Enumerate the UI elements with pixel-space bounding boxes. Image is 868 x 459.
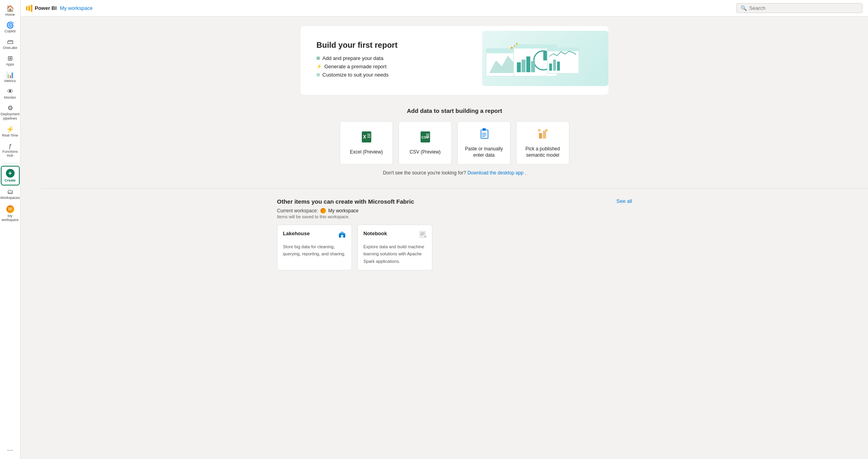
excel-label: Excel (Preview): [350, 149, 383, 155]
fabric-card-lakehouse[interactable]: Lakehouse Store big data for cleaning, q…: [277, 225, 352, 270]
sidebar-item-deployment[interactable]: ⚙ Deployment pipelines: [1, 103, 20, 123]
svg-rect-13: [553, 60, 556, 71]
svg-rect-26: [426, 134, 429, 135]
paste-label: Paste or manually enter data: [462, 146, 506, 158]
sidebar-item-myworkspace[interactable]: W My workspace: [1, 203, 20, 224]
desktop-link-suffix: .: [525, 170, 526, 176]
svg-rect-42: [421, 232, 425, 233]
onelake-icon: 🗃: [7, 39, 13, 45]
svg-point-17: [514, 46, 515, 47]
workspace-dot-icon: [320, 208, 326, 214]
svg-rect-22: [367, 135, 370, 136]
workspace-saved-text: Items will be saved to this workspace.: [277, 214, 632, 219]
desktop-link-row: Don't see the source you're looking for?…: [54, 170, 855, 176]
logo-bar1: [26, 6, 28, 10]
myworkspace-icon: W: [6, 205, 14, 213]
current-workspace-info: Current workspace: My workspace: [277, 208, 632, 214]
sidebar-item-monitor[interactable]: 👁 Monitor: [1, 86, 20, 102]
sidebar-label-deployment: Deployment pipelines: [0, 112, 19, 121]
excel-icon: X: [360, 131, 373, 146]
powerbi-logo-icon: [26, 5, 32, 12]
sidebar: 🏠 Home 🌀 Copilot 🗃 OneLake ⊞ Apps 📊 Metr…: [0, 0, 21, 459]
data-card-semantic[interactable]: Pick a published semantic model: [516, 121, 569, 165]
data-card-paste[interactable]: Paste or manually enter data: [457, 121, 511, 165]
svg-rect-33: [482, 136, 485, 137]
sidebar-label-workspaces: Workspaces: [0, 196, 20, 200]
sidebar-item-metrics[interactable]: 📊 Metrics: [1, 69, 20, 85]
svg-rect-32: [482, 135, 486, 135]
svg-rect-6: [517, 62, 521, 72]
desktop-link[interactable]: Download the desktop app: [468, 170, 524, 176]
home-icon: 🏠: [6, 6, 14, 12]
lakehouse-header: Lakehouse: [283, 230, 346, 240]
workspace-label: Current workspace:: [277, 208, 318, 214]
section-divider: [41, 188, 868, 189]
sidebar-item-create[interactable]: + Create: [1, 166, 20, 185]
app-name: Power BI: [35, 5, 57, 11]
svg-marker-39: [339, 231, 345, 234]
csv-label: CSV (Preview): [410, 149, 441, 155]
topbar-workspace-link[interactable]: My workspace: [60, 5, 93, 11]
svg-rect-8: [526, 56, 530, 72]
sidebar-item-copilot[interactable]: 🌀 Copilot: [1, 20, 20, 36]
sidebar-item-onelake[interactable]: 🗃 OneLake: [1, 36, 20, 52]
see-all-link[interactable]: See all: [616, 198, 632, 204]
workspace-name: My workspace: [328, 208, 359, 214]
svg-rect-12: [549, 64, 552, 71]
fabric-card-notebook[interactable]: Notebook </> Explore data and build mach…: [357, 225, 432, 270]
sidebar-item-functions[interactable]: ƒ Functions Hub: [1, 141, 20, 160]
app-logo: Power BI: [26, 5, 57, 12]
data-card-excel[interactable]: X Excel (Preview): [340, 121, 393, 165]
lakehouse-title: Lakehouse: [283, 230, 310, 236]
sidebar-item-apps[interactable]: ⊞ Apps: [1, 53, 20, 69]
sidebar-label-realtime: Real-Time: [2, 133, 18, 137]
sidebar-label-metrics: Metrics: [4, 79, 16, 83]
svg-rect-36: [538, 129, 541, 131]
svg-rect-35: [543, 131, 546, 139]
lakehouse-desc: Store big data for cleaning, querying, r…: [283, 244, 345, 256]
search-box[interactable]: 🔍: [736, 3, 862, 13]
notebook-desc: Explore data and build machine learning …: [363, 244, 424, 264]
semantic-icon: [537, 127, 549, 143]
svg-rect-30: [483, 128, 486, 131]
sidebar-label-monitor: Monitor: [4, 96, 16, 99]
svg-point-15: [511, 47, 513, 49]
data-cards: X Excel (Preview) CSV: [54, 121, 855, 165]
search-input[interactable]: [749, 5, 858, 11]
hero-step-3: Customize to suit your needs: [316, 72, 398, 78]
sidebar-label-copilot: Copilot: [4, 29, 15, 33]
hero-card: × Build your first report Add and prepar…: [301, 26, 608, 95]
csv-icon: CSV: [419, 131, 432, 146]
svg-rect-11: [547, 48, 579, 51]
realtime-icon: ⚡: [6, 126, 14, 133]
metrics-icon: 📊: [6, 72, 14, 78]
sidebar-more[interactable]: ···: [7, 446, 13, 459]
hero-title: Build your first report: [316, 41, 398, 50]
sidebar-label-home: Home: [5, 13, 15, 17]
paste-icon: [478, 127, 490, 143]
logo-bar3: [31, 5, 32, 12]
hero-step-1: Add and prepare your data: [316, 55, 398, 61]
svg-rect-28: [426, 137, 429, 138]
sidebar-item-workspaces[interactable]: 🗂 Workspaces: [1, 186, 20, 202]
create-icon: +: [6, 169, 15, 178]
add-data-section: Add data to start building a report X Ex…: [54, 107, 855, 176]
other-items-section: Other items you can create with Microsof…: [277, 198, 632, 270]
svg-rect-9: [531, 61, 535, 72]
logo-bar2: [28, 6, 30, 11]
sidebar-item-realtime[interactable]: ⚡ Real-Time: [1, 124, 20, 140]
hero-chart-svg: [482, 41, 585, 88]
svg-rect-21: [367, 134, 370, 135]
hero-text: Build your first report Add and prepare …: [316, 41, 398, 80]
notebook-icon: </>: [419, 230, 427, 240]
svg-rect-43: [421, 234, 425, 234]
sidebar-item-home[interactable]: 🏠 Home: [1, 3, 20, 19]
svg-rect-27: [426, 135, 429, 136]
deployment-icon: ⚙: [7, 105, 13, 111]
svg-rect-40: [341, 235, 343, 238]
main-content: × Build your first report Add and prepar…: [41, 17, 868, 459]
data-card-csv[interactable]: CSV CSV (Preview): [398, 121, 452, 165]
sidebar-label-myworkspace: My workspace: [2, 214, 19, 222]
svg-point-16: [516, 43, 518, 45]
svg-rect-31: [482, 133, 486, 134]
